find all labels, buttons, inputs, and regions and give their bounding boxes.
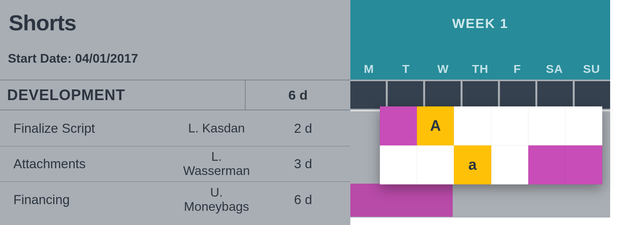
- callout-cell[interactable]: a: [454, 145, 491, 184]
- day-label-t[interactable]: T: [387, 62, 424, 76]
- section-name: DEVELOPMENT: [0, 80, 246, 110]
- callout-cell[interactable]: [491, 145, 528, 184]
- callout-row-2: a: [380, 145, 602, 184]
- callout-cell[interactable]: [491, 106, 528, 145]
- right-fade-overlay: [610, 0, 644, 225]
- task-name: Finalize Script: [0, 121, 165, 136]
- task-duration: 3 d: [268, 156, 339, 171]
- callout-cell[interactable]: [417, 145, 454, 184]
- day-label-th[interactable]: TH: [462, 62, 499, 76]
- task-row[interactable]: Attachments L. Wasserman 3 d: [0, 147, 350, 182]
- day-label-w[interactable]: W: [425, 62, 462, 76]
- task-owner: L. Kasdan: [165, 121, 268, 136]
- task-row[interactable]: Finalize Script L. Kasdan 2 d: [0, 111, 350, 147]
- callout-cell[interactable]: [528, 145, 565, 184]
- days-row: M T W TH F SA SU: [350, 62, 610, 76]
- gantt-callout[interactable]: A a: [380, 106, 602, 184]
- callout-cell[interactable]: [528, 106, 565, 145]
- callout-cell[interactable]: [380, 106, 417, 145]
- gantt-section-row: [350, 80, 610, 110]
- callout-cell[interactable]: [565, 106, 602, 145]
- task-list: Finalize Script L. Kasdan 2 d Attachment…: [0, 111, 350, 218]
- task-duration: 2 d: [268, 121, 339, 136]
- day-label-m[interactable]: M: [350, 62, 387, 76]
- week-header: WEEK 1 M T W TH F SA SU: [350, 0, 610, 80]
- project-title: Shorts: [0, 0, 350, 35]
- start-date-label: Start Date: 04/01/2017: [0, 35, 350, 66]
- gantt-section-cell: [350, 81, 386, 109]
- section-duration: 6 d: [246, 87, 350, 103]
- day-label-f[interactable]: F: [499, 62, 536, 76]
- task-name: Financing: [0, 192, 165, 207]
- day-label-sa[interactable]: SA: [536, 62, 573, 76]
- gantt-row[interactable]: [350, 182, 610, 218]
- gantt-section-cell: [425, 81, 461, 109]
- section-row[interactable]: DEVELOPMENT 6 d: [0, 80, 350, 110]
- gantt-section-cell: [388, 81, 423, 109]
- task-duration: 6 d: [268, 192, 339, 207]
- callout-cell[interactable]: [454, 106, 491, 145]
- gantt-section-cell: [463, 81, 498, 109]
- week-title: WEEK 1: [350, 16, 610, 31]
- gantt-section-cell: [575, 81, 610, 109]
- task-owner: L. Wasserman: [165, 150, 268, 178]
- gantt-bar-financing[interactable]: [350, 184, 453, 217]
- task-row[interactable]: Financing U. Moneybags 6 d: [0, 182, 350, 218]
- callout-cell[interactable]: A: [417, 106, 454, 145]
- gantt-section-cell: [537, 81, 573, 109]
- left-pane: Shorts Start Date: 04/01/2017 DEVELOPMEN…: [0, 0, 350, 225]
- day-label-su[interactable]: SU: [573, 62, 610, 76]
- task-name: Attachments: [0, 156, 165, 171]
- gantt-section-cell: [500, 81, 535, 109]
- callout-cell[interactable]: [380, 145, 417, 184]
- task-owner: U. Moneybags: [165, 186, 268, 214]
- callout-row-1: A: [380, 106, 602, 145]
- callout-cell[interactable]: [565, 145, 602, 184]
